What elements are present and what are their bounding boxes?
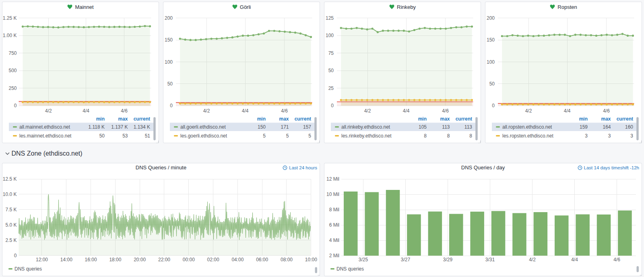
svg-text:8 Mil: 8 Mil xyxy=(329,207,339,212)
svg-text:12 Mil: 12 Mil xyxy=(326,176,339,182)
svg-text:all.mainnet.ethdisco.net: all.mainnet.ethdisco.net xyxy=(19,124,70,130)
svg-text:12:00: 12:00 xyxy=(36,257,48,262)
svg-text:160: 160 xyxy=(625,124,633,130)
svg-text:1.25 K: 1.25 K xyxy=(3,15,17,21)
svg-text:0: 0 xyxy=(170,103,173,108)
svg-text:4/4: 4/4 xyxy=(403,108,410,114)
svg-text:all.ropsten.ethdisco.net: all.ropsten.ethdisco.net xyxy=(502,124,552,130)
svg-text:06:00: 06:00 xyxy=(256,257,268,262)
svg-text:200: 200 xyxy=(165,15,173,21)
svg-text:171: 171 xyxy=(281,124,289,130)
svg-text:current: current xyxy=(617,116,633,122)
svg-text:5: 5 xyxy=(308,133,311,139)
svg-text:10:00: 10:00 xyxy=(305,257,317,262)
svg-text:3/31: 3/31 xyxy=(485,257,495,262)
svg-text:7.5 K: 7.5 K xyxy=(5,207,17,212)
svg-text:max: max xyxy=(118,116,128,122)
svg-text:4/6: 4/6 xyxy=(613,257,620,262)
svg-text:25: 25 xyxy=(328,85,334,91)
svg-text:4/6: 4/6 xyxy=(603,108,610,114)
svg-text:100: 100 xyxy=(487,59,495,65)
svg-text:150: 150 xyxy=(165,37,173,43)
svg-text:100: 100 xyxy=(165,59,173,65)
svg-text:les.mainnet.ethdisco.net: les.mainnet.ethdisco.net xyxy=(19,133,72,139)
svg-text:22:00: 22:00 xyxy=(158,257,170,262)
svg-text:4/4: 4/4 xyxy=(571,257,578,262)
svg-text:50: 50 xyxy=(99,133,105,139)
svg-text:1.134 K: 1.134 K xyxy=(134,124,150,130)
svg-text:3: 3 xyxy=(585,133,588,139)
svg-text:150: 150 xyxy=(487,37,495,43)
svg-text:0: 0 xyxy=(14,103,17,108)
svg-text:4/6: 4/6 xyxy=(281,108,288,114)
svg-text:3/27: 3/27 xyxy=(401,257,411,262)
svg-text:51: 51 xyxy=(145,133,151,139)
svg-text:20:00: 20:00 xyxy=(134,257,146,262)
svg-text:les.goerli.ethdisco.net: les.goerli.ethdisco.net xyxy=(180,133,227,139)
svg-text:all.goerli.ethdisco.net: all.goerli.ethdisco.net xyxy=(180,124,226,130)
svg-text:min: min xyxy=(418,116,427,122)
svg-text:8: 8 xyxy=(424,133,427,139)
svg-text:157: 157 xyxy=(303,124,311,130)
svg-text:max: max xyxy=(440,116,450,122)
svg-text:3: 3 xyxy=(630,133,633,139)
svg-text:50: 50 xyxy=(328,68,334,73)
svg-text:6 Mil: 6 Mil xyxy=(329,222,339,228)
svg-text:50: 50 xyxy=(489,81,495,87)
svg-text:500: 500 xyxy=(8,68,17,73)
svg-text:4/2: 4/2 xyxy=(45,108,52,114)
svg-text:les.ropsten.ethdisco.net: les.ropsten.ethdisco.net xyxy=(502,133,553,139)
svg-text:105: 105 xyxy=(419,124,427,130)
svg-text:50: 50 xyxy=(167,81,173,87)
svg-text:min: min xyxy=(257,116,266,122)
svg-text:00:00: 00:00 xyxy=(183,257,195,262)
svg-text:DNS Zone (ethdisco.net): DNS Zone (ethdisco.net) xyxy=(12,150,83,157)
svg-text:75: 75 xyxy=(328,50,334,56)
svg-text:150: 150 xyxy=(258,124,266,130)
svg-text:164: 164 xyxy=(603,124,611,130)
svg-text:10 Mil: 10 Mil xyxy=(326,192,339,197)
svg-text:08:00: 08:00 xyxy=(281,257,293,262)
svg-text:4/4: 4/4 xyxy=(83,108,89,114)
svg-text:3: 3 xyxy=(608,133,611,139)
svg-text:4/2: 4/2 xyxy=(364,108,371,114)
svg-text:all.rinkeby.ethdisco.net: all.rinkeby.ethdisco.net xyxy=(341,124,390,130)
svg-text:les.rinkeby.ethdisco.net: les.rinkeby.ethdisco.net xyxy=(341,133,392,139)
svg-text:current: current xyxy=(134,116,150,122)
svg-text:8: 8 xyxy=(447,133,450,139)
svg-text:4/2: 4/2 xyxy=(203,108,210,114)
svg-text:5.0 K: 5.0 K xyxy=(5,222,17,228)
svg-text:750: 750 xyxy=(8,50,17,56)
svg-text:8: 8 xyxy=(469,133,472,139)
svg-text:4/4: 4/4 xyxy=(564,108,571,114)
svg-text:3/29: 3/29 xyxy=(443,257,453,262)
svg-text:3/25: 3/25 xyxy=(359,257,368,262)
svg-text:max: max xyxy=(601,116,611,122)
svg-text:113: 113 xyxy=(442,124,450,130)
svg-text:18:00: 18:00 xyxy=(109,257,121,262)
svg-text:0: 0 xyxy=(331,103,334,108)
svg-text:1.118 K: 1.118 K xyxy=(89,124,105,130)
svg-text:1.137 K: 1.137 K xyxy=(111,124,128,130)
svg-text:250: 250 xyxy=(8,85,17,91)
svg-text:min: min xyxy=(579,116,588,122)
svg-text:10.0 K: 10.0 K xyxy=(3,192,17,197)
svg-text:0: 0 xyxy=(14,253,17,258)
svg-text:2.5 K: 2.5 K xyxy=(5,237,17,243)
svg-text:min: min xyxy=(96,116,105,122)
svg-text:2 Mil: 2 Mil xyxy=(329,253,339,258)
svg-text:5: 5 xyxy=(286,133,289,139)
svg-text:125: 125 xyxy=(326,15,334,21)
svg-text:02:00: 02:00 xyxy=(207,257,219,262)
svg-text:4/4: 4/4 xyxy=(242,108,249,114)
svg-text:5: 5 xyxy=(263,133,266,139)
svg-text:113: 113 xyxy=(464,124,472,130)
svg-text:04:00: 04:00 xyxy=(231,257,244,262)
svg-text:current: current xyxy=(295,116,311,122)
svg-text:159: 159 xyxy=(580,124,588,130)
svg-text:DNS queries: DNS queries xyxy=(14,266,42,272)
svg-text:max: max xyxy=(279,116,289,122)
svg-text:12.5 K: 12.5 K xyxy=(3,176,17,182)
svg-text:53: 53 xyxy=(122,133,128,139)
svg-text:100: 100 xyxy=(326,33,334,38)
